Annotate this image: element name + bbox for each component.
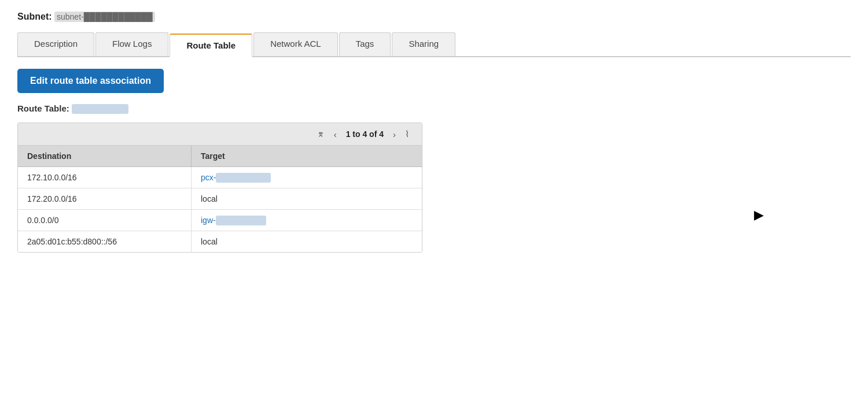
target-cell: pcx- [192,167,422,188]
target-link[interactable]: pcx- [201,173,271,182]
edit-route-table-association-button[interactable]: Edit route table association [17,69,164,93]
destination-cell: 172.20.0.0/16 [18,188,192,209]
subnet-id: subnet-████████████ [54,12,155,22]
target-cell: igw- [192,210,422,231]
tab-tags[interactable]: Tags [339,32,391,56]
destination-cell: 2a05:d01c:b55:d800::/56 [18,231,192,252]
destination-cell: 0.0.0.0/0 [18,210,192,231]
pagination-first-button[interactable]: ⌆ [315,129,327,139]
pagination-bar: ⌆ ‹ 1 to 4 of 4 › ⌇ [18,123,422,146]
route-table-id[interactable] [72,104,128,114]
subnet-header: Subnet: subnet-████████████ [17,12,851,22]
pagination-last-button[interactable]: ⌇ [403,129,411,139]
target-link[interactable]: igw- [201,216,266,225]
pagination-prev-button[interactable]: ‹ [332,129,339,139]
target-cell: local [192,188,422,209]
target-cell: local [192,231,422,252]
routes-table-container: ⌆ ‹ 1 to 4 of 4 › ⌇ Destination Target 1… [17,123,422,253]
table-header: Destination Target [18,146,422,167]
table-row: 0.0.0.0/0 igw- [18,210,422,231]
destination-cell: 172.10.0.0/16 [18,167,192,188]
tab-sharing[interactable]: Sharing [392,32,455,56]
route-table-label-row: Route Table: [17,103,851,113]
tab-bar: Description Flow Logs Route Table Networ… [17,32,851,57]
column-header-target: Target [192,146,422,166]
tab-network-acl[interactable]: Network ACL [253,32,338,56]
pagination-next-button[interactable]: › [391,129,398,139]
route-table-label: Route Table: [17,103,69,113]
table-row: 172.10.0.0/16 pcx- [18,167,422,188]
tab-flow-logs[interactable]: Flow Logs [95,32,168,56]
mouse-cursor: ▶ [754,208,764,223]
table-row: 2a05:d01c:b55:d800::/56 local [18,231,422,252]
column-header-destination: Destination [18,146,192,166]
tab-description[interactable]: Description [17,32,94,56]
table-row: 172.20.0.0/16 local [18,188,422,210]
subnet-label: Subnet: [17,12,52,21]
pagination-range: 1 to 4 of 4 [346,129,384,139]
tab-route-table[interactable]: Route Table [170,34,252,57]
